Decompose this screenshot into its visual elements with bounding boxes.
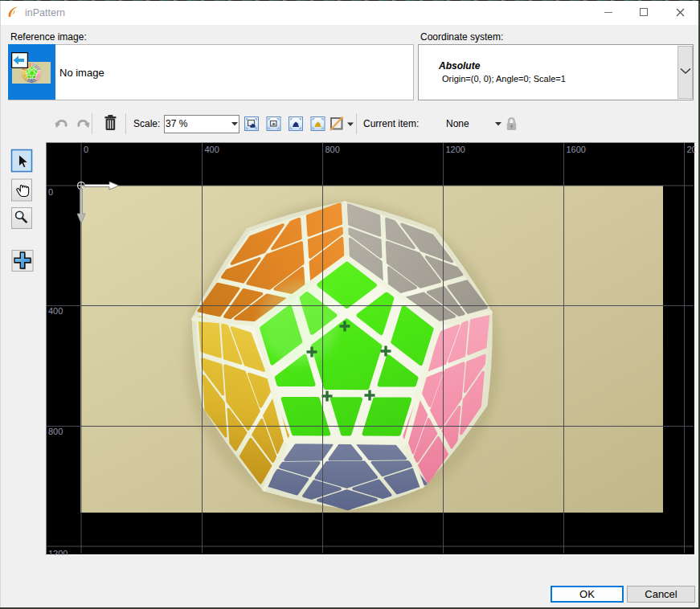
svg-text:800: 800 (325, 145, 340, 154)
svg-text:1600: 1600 (567, 145, 586, 154)
svg-text:400: 400 (48, 306, 63, 316)
svg-text:800: 800 (48, 427, 63, 436)
svg-text:400: 400 (205, 145, 219, 154)
svg-text:2000: 2000 (687, 145, 696, 154)
svg-text:0: 0 (48, 187, 53, 197)
svg-text:1200: 1200 (446, 145, 465, 154)
svg-text:1200: 1200 (48, 549, 68, 555)
svg-text:0: 0 (84, 145, 88, 154)
